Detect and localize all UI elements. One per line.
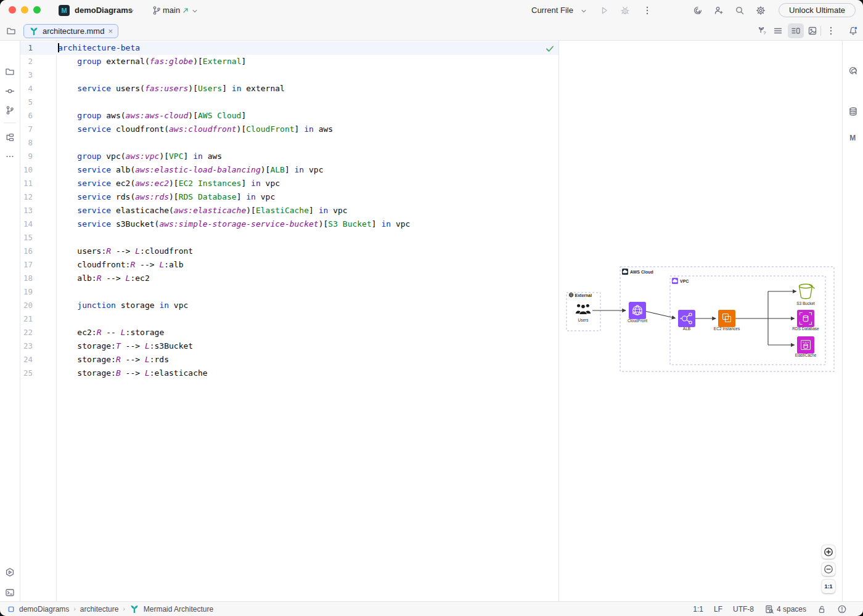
run-configuration[interactable]: Current File xyxy=(531,6,573,15)
code-text: storage:B --> L:elasticache xyxy=(58,367,208,380)
code-line[interactable]: 25 storage:B --> L:elasticache xyxy=(20,367,558,380)
code-line[interactable]: 19 xyxy=(20,285,558,299)
file-encoding[interactable]: UTF-8 xyxy=(733,605,754,614)
code-line[interactable]: 15 xyxy=(20,231,558,245)
line-number: 18 xyxy=(20,272,33,285)
maven-icon[interactable]: M xyxy=(848,132,858,142)
code-line[interactable]: 24 storage:R --> L:rds xyxy=(20,353,558,367)
node-rds: RDS Database xyxy=(792,310,819,331)
zoom-in-icon xyxy=(824,547,833,557)
breadcrumb-file-type[interactable]: Mermaid Architecture xyxy=(144,605,213,614)
code-line[interactable]: 5 xyxy=(20,95,558,109)
more-options-icon[interactable] xyxy=(826,26,836,36)
close-window-button[interactable] xyxy=(9,6,16,14)
line-number: 19 xyxy=(20,285,33,299)
project-folder-icon[interactable] xyxy=(5,67,15,76)
ai-chat-icon[interactable] xyxy=(848,66,858,76)
line-separator[interactable]: LF xyxy=(714,605,722,614)
file-lock-icon[interactable] xyxy=(817,604,827,614)
code-line[interactable]: 17 cloudfront:R --> L:alb xyxy=(20,258,558,272)
code-line[interactable]: 23 storage:T --> L:s3Bucket xyxy=(20,339,558,353)
editor-only-view-icon[interactable] xyxy=(773,26,783,36)
tab-label: architecture.mmd xyxy=(43,26,104,36)
chevron-down-icon[interactable] xyxy=(128,7,135,15)
code-line[interactable]: 6 group aws(aws:aws-cloud)[AWS Cloud] xyxy=(20,109,558,123)
code-line[interactable]: 10 service alb(aws:elastic-load-balancin… xyxy=(20,163,558,177)
code-line[interactable]: 2 group external(fas:globe)[External] xyxy=(20,55,558,68)
zoom-in-button[interactable] xyxy=(822,545,835,559)
code-line[interactable]: 1architecture-beta xyxy=(20,41,558,55)
code-text: users:R --> L:cloudfront xyxy=(58,245,193,258)
editor-tab-bar: architecture.mmd × ? xyxy=(0,21,863,41)
globe-icon xyxy=(569,293,573,297)
branch-name[interactable]: main xyxy=(163,6,180,15)
project-icon[interactable]: M xyxy=(59,5,70,16)
mermaid-help-icon[interactable]: ? xyxy=(757,26,767,36)
git-branch-icon[interactable] xyxy=(152,6,162,15)
more-actions-icon[interactable] xyxy=(642,6,652,15)
code-editor[interactable]: 1architecture-beta2 group external(fas:g… xyxy=(20,41,558,601)
code-line[interactable]: 11 service ec2(aws:ec2)[EC2 Instances] i… xyxy=(20,177,558,190)
line-number: 7 xyxy=(20,123,33,136)
more-tool-windows-icon[interactable] xyxy=(5,152,15,161)
database-icon[interactable] xyxy=(848,107,858,116)
search-everywhere-icon[interactable] xyxy=(735,6,745,15)
architecture-diagram: AWS Cloud VPC External xyxy=(565,262,839,379)
project-tool-window-icon[interactable] xyxy=(6,26,16,36)
chevron-down-icon[interactable] xyxy=(191,7,198,15)
code-text: group aws(aws:aws-cloud)[AWS Cloud] xyxy=(58,109,246,123)
update-arrow-icon[interactable] xyxy=(182,7,189,14)
indent-setting[interactable]: 4 spaces xyxy=(764,604,806,614)
code-line[interactable]: 3 xyxy=(20,68,558,82)
breadcrumb-project[interactable]: demoDiagrams xyxy=(19,605,69,614)
code-line[interactable]: 8 xyxy=(20,136,558,150)
commit-icon[interactable] xyxy=(5,86,15,96)
minimize-window-button[interactable] xyxy=(21,6,28,14)
settings-gear-icon[interactable] xyxy=(756,6,766,15)
code-line[interactable]: 13 service elasticache(aws:elasticache)[… xyxy=(20,204,558,217)
code-text: service ec2(aws:ec2)[EC2 Instances] in v… xyxy=(58,177,280,190)
run-icon[interactable] xyxy=(599,6,609,15)
services-icon[interactable] xyxy=(5,567,15,577)
project-name[interactable]: demoDiagrams xyxy=(75,6,133,15)
notifications-bell-icon[interactable] xyxy=(848,26,858,36)
code-line[interactable]: 7 service cloudfront(aws:cloudfront)[Clo… xyxy=(20,123,558,136)
code-line[interactable]: 22 ec2:R -- L:storage xyxy=(20,326,558,339)
code-with-me-icon[interactable] xyxy=(714,6,724,15)
close-tab-icon[interactable]: × xyxy=(108,27,113,35)
code-line[interactable]: 18 alb:R --> L:ec2 xyxy=(20,272,558,285)
line-number: 23 xyxy=(20,339,33,353)
zoom-out-button[interactable] xyxy=(822,562,835,576)
zoom-reset-button[interactable]: 1:1 xyxy=(822,580,835,593)
chevron-down-icon[interactable] xyxy=(580,7,587,15)
unlock-ultimate-button[interactable]: Unlock Ultimate xyxy=(779,3,856,17)
highlighting-level-icon[interactable] xyxy=(837,604,847,614)
code-line[interactable]: 4 service users(fas:users)[Users] in ext… xyxy=(20,82,558,95)
terminal-icon[interactable] xyxy=(5,588,15,598)
code-line[interactable]: 9 group vpc(aws:vpc)[VPC] in aws xyxy=(20,150,558,163)
inspections-ok-icon[interactable] xyxy=(545,44,555,54)
fullscreen-window-button[interactable] xyxy=(33,6,41,14)
debug-icon[interactable] xyxy=(620,6,630,15)
line-number: 16 xyxy=(20,245,33,258)
node-alb: ALB xyxy=(678,310,695,331)
editor-lines: 1architecture-beta2 group external(fas:g… xyxy=(20,41,558,380)
code-line[interactable]: 14 service s3Bucket(aws:simple-storage-s… xyxy=(20,217,558,231)
code-line[interactable]: 20 junction storage in vpc xyxy=(20,299,558,312)
ai-assistant-icon[interactable] xyxy=(693,6,703,15)
code-line[interactable]: 12 service rds(aws:rds)[RDS Database] in… xyxy=(20,190,558,204)
svg-text:S3 Bucket: S3 Bucket xyxy=(796,301,815,306)
code-line[interactable]: 21 xyxy=(20,312,558,326)
svg-text:ALB: ALB xyxy=(683,326,690,331)
editor-and-preview-view-button[interactable] xyxy=(788,23,804,38)
line-number: 1 xyxy=(20,41,33,55)
code-line[interactable]: 16 users:R --> L:cloudfront xyxy=(20,245,558,258)
tab-architecture-mmd[interactable]: architecture.mmd × xyxy=(23,24,118,38)
preview-only-view-icon[interactable] xyxy=(808,26,817,36)
right-tool-rail: M xyxy=(842,41,863,601)
git-icon[interactable] xyxy=(5,105,15,115)
structure-icon[interactable] xyxy=(5,132,15,142)
node-cloudfront: CloudFront xyxy=(628,302,647,323)
breadcrumb-folder[interactable]: architecture xyxy=(80,605,119,614)
cursor-position[interactable]: 1:1 xyxy=(693,605,703,614)
